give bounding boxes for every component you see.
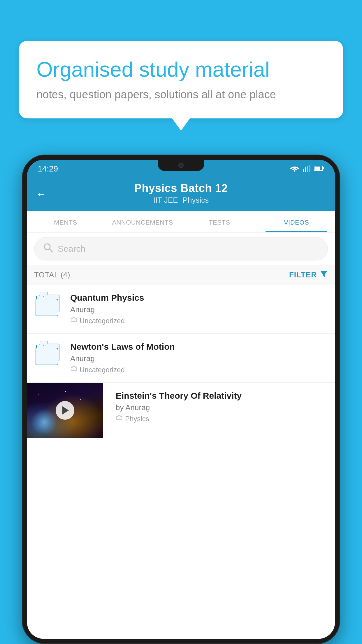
- phone-outer: 14:29: [22, 155, 340, 644]
- bubble-subtitle: notes, question papers, solutions all at…: [36, 88, 326, 101]
- search-container: Search: [27, 232, 335, 265]
- svg-rect-2: [305, 167, 306, 172]
- tag-icon-1: [70, 316, 77, 325]
- play-button-3[interactable]: [56, 401, 74, 420]
- video-thumbnail-3: [27, 383, 103, 438]
- signal-icon: [303, 165, 310, 173]
- svg-line-9: [49, 249, 52, 252]
- list-item[interactable]: Newton's Laws of Motion Anurag Uncategor…: [27, 334, 335, 383]
- status-icons: [290, 165, 324, 173]
- svg-point-0: [294, 170, 296, 172]
- svg-point-10: [73, 320, 74, 321]
- filter-funnel-icon: [320, 270, 328, 280]
- tab-ments[interactable]: MENTS: [27, 211, 104, 232]
- app-header: ← Physics Batch 12 IIT JEE Physics: [27, 177, 335, 211]
- header-tag1: IIT JEE: [153, 196, 178, 205]
- filter-row: TOTAL (4) FILTER: [27, 265, 335, 285]
- search-placeholder: Search: [58, 244, 85, 254]
- filter-button[interactable]: FILTER: [289, 270, 328, 280]
- list-item[interactable]: Einstein's Theory Of Relativity by Anura…: [27, 383, 335, 438]
- svg-rect-7: [323, 167, 324, 169]
- filter-label: FILTER: [289, 270, 317, 279]
- svg-rect-3: [307, 166, 308, 172]
- tab-videos[interactable]: VIDEOS: [258, 211, 335, 232]
- battery-icon: [314, 165, 324, 172]
- video-title-1: Quantum Physics: [70, 293, 328, 303]
- bubble-title: Organised study material: [36, 57, 326, 82]
- video-info-1: Quantum Physics Anurag Uncategorized: [70, 293, 328, 325]
- video-info-2: Newton's Laws of Motion Anurag Uncategor…: [70, 342, 328, 374]
- back-button[interactable]: ←: [36, 188, 46, 200]
- svg-point-12: [119, 418, 120, 419]
- tag-icon-2: [70, 365, 77, 374]
- svg-rect-6: [314, 167, 320, 170]
- svg-point-11: [73, 369, 74, 370]
- folder-icon-1: [34, 293, 63, 318]
- phone-wrapper: 14:29: [22, 155, 340, 644]
- header-title: Physics Batch 12: [134, 182, 228, 195]
- search-icon: [43, 243, 53, 255]
- svg-rect-4: [309, 165, 310, 172]
- tab-bar: MENTS ANNOUNCEMENTS TESTS VIDEOS: [27, 211, 335, 232]
- phone-screen: 14:29: [27, 160, 335, 639]
- header-tag2: Physics: [183, 196, 209, 205]
- video-tag-3: Physics: [116, 414, 329, 423]
- video-tag-2: Uncategorized: [70, 365, 328, 374]
- total-label: TOTAL (4): [34, 270, 70, 279]
- video-title-2: Newton's Laws of Motion: [70, 342, 328, 352]
- header-subtitle: IIT JEE Physics: [153, 196, 209, 205]
- camera-dot: [178, 163, 184, 168]
- folder-icon-2: [34, 342, 63, 367]
- wifi-icon: [290, 165, 299, 173]
- tag-icon-3: [116, 414, 123, 423]
- video-tag-1: Uncategorized: [70, 316, 328, 325]
- svg-rect-1: [303, 169, 304, 172]
- status-time: 14:29: [38, 164, 58, 174]
- speech-bubble: Organised study material notes, question…: [19, 41, 343, 118]
- video-list: Quantum Physics Anurag Uncategorized: [27, 285, 335, 639]
- list-item[interactable]: Quantum Physics Anurag Uncategorized: [27, 285, 335, 334]
- video-author-3: by Anurag: [116, 403, 329, 412]
- video-author-2: Anurag: [70, 354, 328, 363]
- phone-notch: [158, 160, 204, 171]
- video-title-3: Einstein's Theory Of Relativity: [116, 391, 329, 401]
- tab-tests[interactable]: TESTS: [181, 211, 258, 232]
- video-author-1: Anurag: [70, 305, 328, 314]
- tab-announcements[interactable]: ANNOUNCEMENTS: [104, 211, 181, 232]
- search-bar[interactable]: Search: [34, 237, 328, 260]
- video-info-3: Einstein's Theory Of Relativity by Anura…: [110, 383, 335, 431]
